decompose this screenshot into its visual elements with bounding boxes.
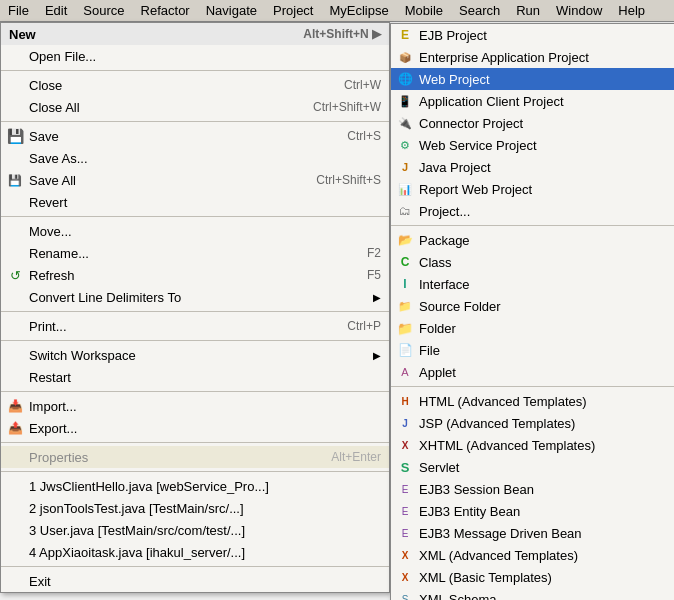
menubar-item-window[interactable]: Window — [548, 0, 610, 21]
menubar-item-mobile[interactable]: Mobile — [397, 0, 451, 21]
menubar-item-search[interactable]: Search — [451, 0, 508, 21]
menubar-item-source[interactable]: Source — [75, 0, 132, 21]
menubar: File Edit Source Refactor Navigate Proje… — [0, 0, 674, 22]
menubar-item-run[interactable]: Run — [508, 0, 548, 21]
menubar-item-edit[interactable]: Edit — [37, 0, 75, 21]
menubar-item-project[interactable]: Project — [265, 0, 321, 21]
menubar-item-help[interactable]: Help — [610, 0, 653, 21]
menubar-item-file[interactable]: File — [0, 0, 37, 21]
menubar-item-refactor[interactable]: Refactor — [133, 0, 198, 21]
menubar-item-myeclipse[interactable]: MyEclipse — [321, 0, 396, 21]
menubar-item-navigate[interactable]: Navigate — [198, 0, 265, 21]
